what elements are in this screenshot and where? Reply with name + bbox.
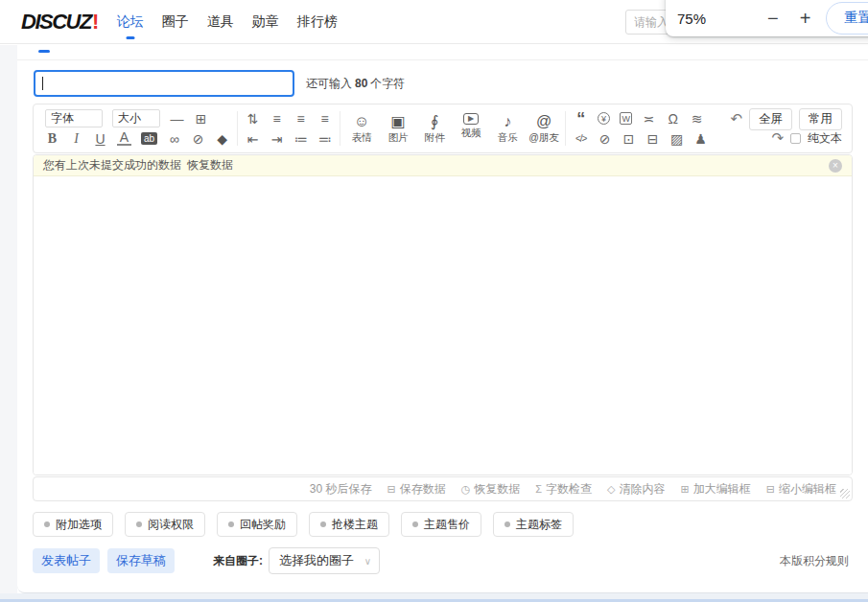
close-icon[interactable]: × xyxy=(829,159,842,173)
circle-select[interactable]: 选择我的圈子 ∨ xyxy=(269,547,380,574)
option-dot-icon xyxy=(320,521,326,527)
font-family-select[interactable]: 字体 xyxy=(45,109,103,127)
chevron-down-icon: ∨ xyxy=(364,556,371,567)
unlink-icon[interactable]: ⊘ xyxy=(191,131,205,147)
word-count-action[interactable]: Σ 字数检查 xyxy=(535,481,592,498)
toolbar-right-controls: ↶ 全屏 常用 ↷ 纯文本 xyxy=(730,111,848,146)
chars-remaining: 80 xyxy=(355,77,367,90)
undo-icon[interactable]: ↶ xyxy=(730,110,742,127)
music-icon: ♪ xyxy=(504,113,511,129)
option-dot-icon xyxy=(44,521,50,527)
align-left-icon[interactable]: ≡ xyxy=(270,111,284,127)
toolbar-group-format1: 字体 大小 —⊞ BIUAab∞⊘◆ xyxy=(37,111,237,147)
font-size-select[interactable]: 大小 xyxy=(112,109,160,127)
main-nav: 论坛 圈子 道具 勋章 排行榜 xyxy=(117,9,338,35)
code-icon[interactable]: </> xyxy=(574,131,588,147)
insert-item[interactable]: ☺ 表情 xyxy=(348,113,375,145)
insert-item[interactable]: @ @朋友 xyxy=(530,113,557,145)
qq-icon[interactable]: ♟ xyxy=(693,131,708,147)
bold-icon[interactable]: B xyxy=(45,131,59,147)
layout-icon[interactable]: ⊟ xyxy=(645,131,660,147)
enlarge-editor-action[interactable]: ⊞ 加大编辑框 xyxy=(681,481,751,498)
nav-item[interactable]: 道具 xyxy=(207,9,234,35)
browser-zoom-popup: 75% − + 重置 xyxy=(666,0,868,36)
insert-item[interactable]: ∮ 附件 xyxy=(421,113,448,145)
toolbar-group-insert: ☺ 表情 ▣ 图片 ∮ 附件 ▶ 视频 xyxy=(340,113,565,145)
italic-icon[interactable]: I xyxy=(69,131,83,147)
submit-post-button[interactable]: 发表帖子 xyxy=(33,548,100,573)
post-option-button[interactable]: 附加选项 xyxy=(33,512,113,537)
toolbar-group-paragraph: ⇅≡≡≡ ⇤⇥≔≕ xyxy=(238,111,340,147)
option-dot-icon xyxy=(136,521,142,527)
forum-rules-link[interactable]: 本版积分规则 xyxy=(780,553,849,569)
clear-content-action[interactable]: ◇ 清除内容 xyxy=(607,481,665,498)
nav-item[interactable]: 排行榜 xyxy=(297,9,338,35)
post-option-button[interactable]: 抢楼主题 xyxy=(309,512,389,537)
hide-content-icon[interactable]: ⊘ xyxy=(598,131,612,147)
smiley-icon: ☺ xyxy=(354,113,369,129)
title-row: 还可输入80个字符 xyxy=(34,70,868,97)
footer-actions: 发表帖子 保存草稿 来自圈子: 选择我的圈子 ∨ 本版积分规则 xyxy=(33,547,853,574)
post-option-button[interactable]: 主题标签 xyxy=(493,512,574,537)
active-nav-underline xyxy=(126,36,134,39)
eraser-icon[interactable]: ◆ xyxy=(215,131,229,147)
rich-text-editor: 字体 大小 —⊞ BIUAab∞⊘◆ ⇅≡≡≡ ⇤⇥≔≕ xyxy=(33,104,853,501)
insert-item[interactable]: ▣ 图片 xyxy=(385,113,411,145)
video-icon: ▶ xyxy=(463,113,479,125)
spoiler-icon[interactable]: ≍ xyxy=(642,111,656,127)
text-cursor xyxy=(42,77,43,90)
save-draft-button[interactable]: 保存草稿 xyxy=(107,548,175,573)
horizontal-rule-icon[interactable]: — xyxy=(170,111,184,127)
insert-item[interactable]: ▶ 视频 xyxy=(457,113,484,145)
save-data-action[interactable]: ⊟ 保存数据 xyxy=(387,481,445,498)
insert-item[interactable]: ♪ 音乐 xyxy=(494,113,521,145)
char-counter: 还可输入80个字符 xyxy=(306,76,405,92)
outdent-icon[interactable]: ⇤ xyxy=(246,131,260,147)
hatch-icon[interactable]: ▨ xyxy=(669,131,684,147)
subject-input[interactable] xyxy=(34,70,294,97)
post-option-button[interactable]: 阅读权限 xyxy=(125,512,205,537)
highlight-icon[interactable]: ab xyxy=(141,132,157,145)
restore-data-link[interactable]: 恢复数据 xyxy=(187,157,233,174)
fullscreen-button[interactable]: 全屏 xyxy=(749,108,792,130)
editor-text-body[interactable] xyxy=(34,176,852,475)
paragraph-style-icon[interactable]: ⇅ xyxy=(246,111,260,127)
post-option-button[interactable]: 主题售价 xyxy=(401,512,481,537)
active-tab-indicator xyxy=(38,50,50,53)
unordered-list-icon[interactable]: ≕ xyxy=(317,131,332,147)
font-color-icon[interactable]: A xyxy=(117,131,131,146)
post-option-button[interactable]: 回帖奖励 xyxy=(217,512,297,537)
restore-data-action[interactable]: ◷ 恢复数据 xyxy=(461,481,521,498)
align-right-icon[interactable]: ≡ xyxy=(317,111,332,127)
nav-item[interactable]: 圈子 xyxy=(162,9,189,35)
common-tools-button[interactable]: 常用 xyxy=(799,108,842,130)
free-content-icon[interactable]: ⊡ xyxy=(622,131,636,147)
table-icon[interactable]: ⊞ xyxy=(194,111,208,127)
zoom-reset-button[interactable]: 重置 xyxy=(826,2,868,35)
editor-content-area[interactable]: 您有上次未提交成功的数据 恢复数据 × xyxy=(33,154,853,475)
toolbar-group-advanced: “¥W≍Ω≋ </>⊘⊡⊟▨♟ xyxy=(566,111,716,147)
notice-text: 您有上次未提交成功的数据 xyxy=(43,157,181,174)
discuz-logo[interactable]: DISCUZ! xyxy=(21,10,98,35)
align-center-icon[interactable]: ≡ xyxy=(293,111,308,127)
lock-icon[interactable]: Ω xyxy=(666,111,680,127)
word-doc-icon[interactable]: W xyxy=(620,112,632,125)
zoom-out-button[interactable]: − xyxy=(767,9,779,28)
option-dot-icon xyxy=(228,521,234,527)
resize-grip[interactable] xyxy=(840,489,850,498)
indent-icon[interactable]: ⇥ xyxy=(270,131,284,147)
bottom-margin-strip xyxy=(0,593,868,602)
tab-strip xyxy=(17,45,868,60)
quote-icon[interactable]: “ xyxy=(574,114,588,124)
plaintext-checkbox[interactable] xyxy=(790,133,801,144)
underline-icon[interactable]: U xyxy=(93,131,107,147)
nav-item[interactable]: 勋章 xyxy=(252,9,279,35)
layers-icon[interactable]: ≋ xyxy=(690,111,704,127)
price-icon[interactable]: ¥ xyxy=(598,112,610,125)
nav-item[interactable]: 论坛 xyxy=(117,9,144,35)
link-icon[interactable]: ∞ xyxy=(167,131,181,147)
zoom-in-button[interactable]: + xyxy=(800,9,811,28)
redo-icon[interactable]: ↷ xyxy=(771,129,784,147)
shrink-editor-action[interactable]: ⊟ 缩小编辑框 xyxy=(766,481,836,498)
ordered-list-icon[interactable]: ≔ xyxy=(293,131,308,147)
